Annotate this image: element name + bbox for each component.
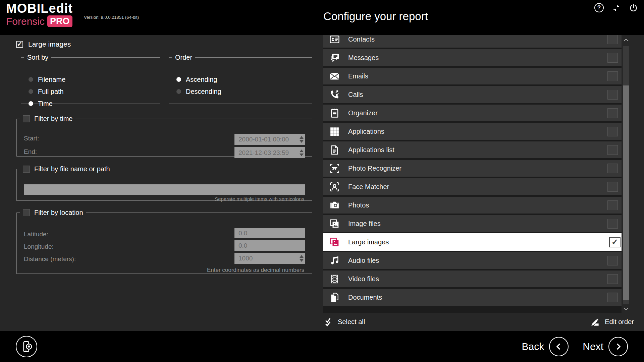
documents-icon [329, 292, 340, 303]
report-item-checkbox[interactable]: ✓ [607, 219, 618, 229]
app-logo: MOBILedit Forensic PRO [6, 2, 73, 27]
select-all-icon [323, 317, 333, 327]
latitude-field[interactable]: 0.0 [234, 228, 305, 238]
report-item-checkbox[interactable]: ✓ [607, 200, 618, 210]
report-item-checkbox[interactable]: ✓ [607, 293, 618, 302]
report-item-checkbox[interactable]: ✓ [607, 35, 618, 44]
radio-dot [176, 77, 181, 82]
radio-label: Time [38, 100, 53, 108]
report-item-label: Photo Recognizer [348, 165, 401, 172]
radio-dot [176, 89, 181, 94]
file-name-filter-input[interactable] [24, 184, 305, 195]
radio-filename[interactable]: Filename [29, 75, 65, 83]
radio-dot [29, 77, 33, 82]
logo-text-mobiledit: MOBILedit [6, 2, 73, 15]
radio-time[interactable]: Time [29, 100, 65, 108]
location-filter-hint: Enter coordinates as decimal numbers [207, 267, 304, 274]
radio-dot [29, 89, 33, 94]
large-images-label: Large images [28, 40, 71, 48]
report-item-audio-files[interactable]: Audio files ✓ [323, 252, 622, 269]
radio-label: Ascending [186, 76, 217, 83]
report-item-label: Image files [348, 220, 381, 228]
report-item-checkbox[interactable]: ✓ [607, 53, 618, 63]
next-button[interactable] [608, 337, 628, 356]
bottom-bar: Back Next [0, 331, 644, 362]
report-item-checkbox[interactable]: ✓ [607, 145, 618, 155]
filter-by-name-checkbox[interactable]: ✓ [23, 166, 30, 173]
radio-label: Filename [38, 76, 65, 83]
power-icon[interactable] [629, 3, 638, 12]
report-item-checkbox[interactable]: ✓ [607, 71, 618, 81]
report-item-emails[interactable]: Emails ✓ [323, 68, 622, 84]
scrollbar-down-icon[interactable] [623, 305, 630, 312]
radio-ascending[interactable]: Ascending [176, 75, 221, 83]
report-item-large-images[interactable]: Large images ✓ [323, 233, 622, 251]
emails-icon [329, 71, 340, 82]
distance-spinner[interactable] [300, 253, 304, 264]
report-item-contacts[interactable]: Contacts ✓ [323, 35, 622, 48]
chevron-left-icon [554, 342, 564, 352]
report-item-documents[interactable]: Documents ✓ [323, 289, 622, 306]
report-item-label: Applications [348, 128, 384, 135]
end-datetime-field[interactable]: 2021-12-03 23:59 [234, 147, 305, 158]
report-item-video-files[interactable]: Video files ✓ [323, 270, 622, 287]
image-files-icon [329, 218, 340, 229]
report-item-applications[interactable]: Applications ✓ [323, 123, 622, 140]
page-title: Configure your report [323, 10, 428, 23]
distance-field[interactable]: 1000 [234, 253, 305, 264]
scrollbar-thumb[interactable] [623, 85, 629, 300]
report-item-checkbox[interactable]: ✓ [609, 237, 621, 247]
report-item-label: Calls [348, 91, 363, 99]
logo-text-forensic: Forensic [6, 16, 45, 27]
calls-icon [329, 89, 340, 100]
app-window: MOBILedit Forensic PRO Version: 8.0.0.21… [0, 0, 644, 362]
large-images-checkbox[interactable]: ✓ [16, 41, 23, 48]
report-item-checkbox[interactable]: ✓ [607, 90, 618, 100]
start-spinner[interactable] [300, 134, 304, 145]
phone-add-icon [20, 340, 33, 353]
filter-by-time-checkbox[interactable]: ✓ [23, 115, 30, 122]
resize-icon[interactable] [612, 3, 621, 12]
report-item-checkbox[interactable]: ✓ [607, 164, 618, 173]
back-label: Back [522, 341, 544, 352]
report-item-checkbox[interactable]: ✓ [607, 182, 618, 192]
report-item-calls[interactable]: Calls ✓ [323, 86, 622, 103]
report-item-messages[interactable]: Messages ✓ [323, 49, 622, 66]
report-items-list: Contacts ✓ Messages ✓ Emails ✓ Calls ✓ O… [323, 35, 622, 313]
filter-by-location-checkbox[interactable]: ✓ [23, 209, 30, 216]
sort-by-legend: Sort by [24, 54, 51, 61]
report-item-checkbox[interactable]: ✓ [607, 256, 618, 265]
report-item-checkbox[interactable]: ✓ [607, 108, 618, 118]
report-item-applications-list[interactable]: Applications list ✓ [323, 141, 622, 158]
edit-order-button[interactable]: Edit order [590, 317, 634, 327]
video-files-icon [329, 274, 340, 285]
report-item-checkbox[interactable]: ✓ [607, 274, 618, 284]
longitude-field[interactable]: 0.0 [234, 240, 305, 251]
start-datetime-field[interactable]: 2000-01-01 00:00 [234, 134, 305, 145]
longitude-label: Longitude: [24, 243, 54, 250]
end-spinner[interactable] [300, 147, 304, 158]
help-icon[interactable]: ? [594, 3, 604, 12]
edit-order-label: Edit order [605, 318, 634, 326]
report-item-photos[interactable]: Photos ✓ [323, 197, 622, 214]
applications-icon [329, 126, 340, 137]
report-item-photo-recognizer[interactable]: Photo Recognizer ✓ [323, 160, 622, 177]
select-all-button[interactable]: Select all [323, 317, 365, 327]
radio-descending[interactable]: Descending [176, 87, 221, 96]
radio-full-path[interactable]: Full path [29, 87, 65, 96]
radio-label: Descending [186, 88, 221, 96]
back-button[interactable] [549, 337, 569, 356]
report-item-face-matcher[interactable]: Face Matcher ✓ [323, 178, 622, 195]
report-item-image-files[interactable]: Image files ✓ [323, 215, 622, 232]
report-item-organizer[interactable]: Organizer ✓ [323, 105, 622, 121]
scrollbar-up-icon[interactable] [623, 37, 630, 44]
order-legend: Order [172, 54, 195, 61]
report-item-label: Organizer [348, 109, 378, 117]
report-item-checkbox[interactable]: ✓ [607, 127, 618, 136]
next-label: Next [583, 341, 603, 352]
large-images-toggle[interactable]: ✓ Large images [16, 40, 71, 48]
filter-by-name-label: Filter by file name or path [34, 165, 110, 173]
scrollbar-track[interactable] [623, 46, 629, 304]
report-item-label: Contacts [348, 36, 375, 43]
add-phone-button[interactable] [16, 336, 37, 357]
